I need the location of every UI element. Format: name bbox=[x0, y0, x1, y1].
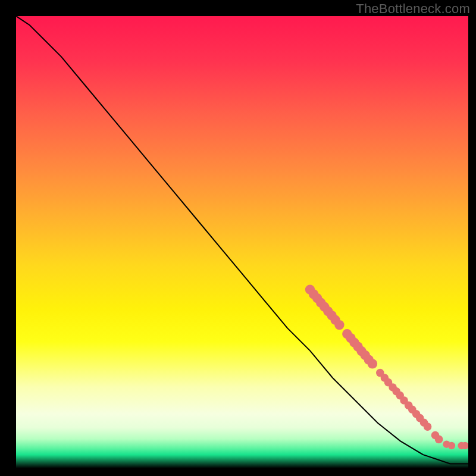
stage: TheBottleneck.com bbox=[0, 0, 476, 476]
data-marker bbox=[448, 442, 455, 449]
data-marker bbox=[424, 422, 432, 431]
chart-svg bbox=[16, 16, 468, 468]
data-marker bbox=[435, 436, 443, 444]
chart-plot bbox=[16, 16, 468, 468]
data-marker bbox=[368, 359, 377, 368]
watermark-text: TheBottleneck.com bbox=[356, 1, 470, 17]
data-marker bbox=[334, 320, 344, 330]
